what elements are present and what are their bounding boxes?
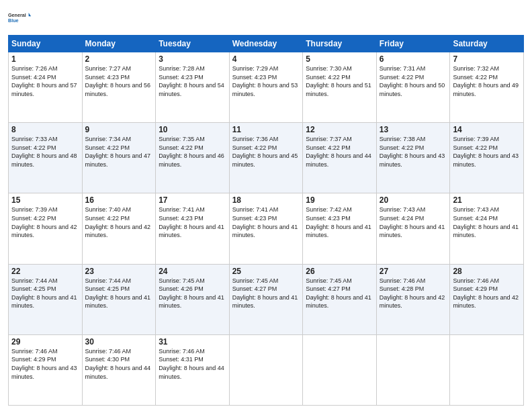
day-number: 13 bbox=[380, 125, 447, 134]
calendar-cell: 11Sunrise: 7:36 AMSunset: 4:22 PMDayligh… bbox=[229, 123, 303, 193]
day-number: 26 bbox=[306, 267, 373, 276]
calendar-cell: 26Sunrise: 7:45 AMSunset: 4:27 PMDayligh… bbox=[303, 264, 377, 334]
day-info: Sunrise: 7:45 AMSunset: 4:26 PMDaylight:… bbox=[159, 277, 224, 310]
day-info: Sunrise: 7:46 AMSunset: 4:29 PMDaylight:… bbox=[453, 277, 519, 310]
calendar-cell: 13Sunrise: 7:38 AMSunset: 4:22 PMDayligh… bbox=[376, 123, 450, 193]
day-number: 25 bbox=[232, 267, 300, 276]
weekday-header-row: SundayMondayTuesdayWednesdayThursdayFrid… bbox=[9, 36, 524, 52]
day-info: Sunrise: 7:34 AMSunset: 4:22 PMDaylight:… bbox=[85, 136, 151, 168]
day-number: 16 bbox=[85, 195, 153, 205]
calendar-cell: 2Sunrise: 7:27 AMSunset: 4:23 PMDaylight… bbox=[82, 52, 156, 123]
day-info: Sunrise: 7:26 AMSunset: 4:24 PMDaylight:… bbox=[11, 65, 77, 97]
calendar-cell: 7Sunrise: 7:32 AMSunset: 4:22 PMDaylight… bbox=[450, 52, 524, 123]
page-container: General Blue SundayMondayTuesdayWednesda… bbox=[0, 0, 532, 411]
day-info: Sunrise: 7:45 AMSunset: 4:27 PMDaylight:… bbox=[306, 277, 371, 310]
day-number: 8 bbox=[11, 125, 79, 134]
weekday-header-tuesday: Tuesday bbox=[156, 36, 230, 52]
calendar-cell: 22Sunrise: 7:44 AMSunset: 4:25 PMDayligh… bbox=[9, 264, 83, 334]
calendar-cell: 24Sunrise: 7:45 AMSunset: 4:26 PMDayligh… bbox=[156, 264, 230, 334]
day-info: Sunrise: 7:37 AMSunset: 4:22 PMDaylight:… bbox=[306, 136, 371, 168]
day-number: 2 bbox=[85, 54, 153, 64]
calendar-cell: 4Sunrise: 7:29 AMSunset: 4:23 PMDaylight… bbox=[229, 52, 303, 123]
calendar-cell: 17Sunrise: 7:41 AMSunset: 4:23 PMDayligh… bbox=[156, 193, 230, 264]
logo-svg: General Blue bbox=[8, 7, 32, 30]
day-info: Sunrise: 7:44 AMSunset: 4:25 PMDaylight:… bbox=[85, 277, 151, 310]
calendar-cell: 15Sunrise: 7:39 AMSunset: 4:22 PMDayligh… bbox=[9, 193, 83, 264]
day-info: Sunrise: 7:46 AMSunset: 4:30 PMDaylight:… bbox=[85, 348, 151, 380]
calendar-cell bbox=[303, 334, 377, 405]
calendar-cell bbox=[229, 334, 303, 405]
calendar-week-4: 22Sunrise: 7:44 AMSunset: 4:25 PMDayligh… bbox=[9, 264, 524, 334]
calendar-cell bbox=[450, 334, 524, 405]
weekday-header-sunday: Sunday bbox=[9, 36, 83, 52]
calendar-cell: 19Sunrise: 7:42 AMSunset: 4:23 PMDayligh… bbox=[303, 193, 377, 264]
day-number: 31 bbox=[159, 337, 226, 347]
calendar-cell: 31Sunrise: 7:46 AMSunset: 4:31 PMDayligh… bbox=[156, 334, 230, 405]
weekday-header-friday: Friday bbox=[376, 36, 450, 52]
day-info: Sunrise: 7:45 AMSunset: 4:27 PMDaylight:… bbox=[232, 277, 298, 310]
calendar-cell: 9Sunrise: 7:34 AMSunset: 4:22 PMDaylight… bbox=[82, 123, 156, 193]
day-info: Sunrise: 7:39 AMSunset: 4:22 PMDaylight:… bbox=[11, 206, 77, 238]
day-number: 22 bbox=[11, 267, 79, 276]
calendar-week-3: 15Sunrise: 7:39 AMSunset: 4:22 PMDayligh… bbox=[9, 193, 524, 264]
calendar-cell bbox=[376, 334, 450, 405]
day-number: 27 bbox=[380, 267, 447, 276]
calendar-cell: 10Sunrise: 7:35 AMSunset: 4:22 PMDayligh… bbox=[156, 123, 230, 193]
day-number: 12 bbox=[306, 125, 373, 134]
day-info: Sunrise: 7:39 AMSunset: 4:22 PMDaylight:… bbox=[453, 136, 519, 168]
day-info: Sunrise: 7:38 AMSunset: 4:22 PMDaylight:… bbox=[380, 136, 445, 168]
day-info: Sunrise: 7:33 AMSunset: 4:22 PMDaylight:… bbox=[11, 136, 77, 168]
day-number: 29 bbox=[11, 337, 79, 347]
day-number: 7 bbox=[453, 54, 521, 64]
calendar-cell: 3Sunrise: 7:28 AMSunset: 4:23 PMDaylight… bbox=[156, 52, 230, 123]
calendar-cell: 18Sunrise: 7:41 AMSunset: 4:23 PMDayligh… bbox=[229, 193, 303, 264]
calendar-cell: 16Sunrise: 7:40 AMSunset: 4:22 PMDayligh… bbox=[82, 193, 156, 264]
day-number: 28 bbox=[453, 267, 521, 276]
day-number: 6 bbox=[380, 54, 447, 64]
svg-marker-2 bbox=[29, 13, 32, 16]
calendar-table: SundayMondayTuesdayWednesdayThursdayFrid… bbox=[8, 35, 524, 406]
weekday-header-thursday: Thursday bbox=[303, 36, 377, 52]
day-number: 20 bbox=[380, 195, 447, 205]
calendar-cell: 29Sunrise: 7:46 AMSunset: 4:29 PMDayligh… bbox=[9, 334, 83, 405]
weekday-header-wednesday: Wednesday bbox=[229, 36, 303, 52]
calendar-cell: 21Sunrise: 7:43 AMSunset: 4:24 PMDayligh… bbox=[450, 193, 524, 264]
day-number: 9 bbox=[85, 125, 153, 134]
calendar-cell: 25Sunrise: 7:45 AMSunset: 4:27 PMDayligh… bbox=[229, 264, 303, 334]
day-info: Sunrise: 7:44 AMSunset: 4:25 PMDaylight:… bbox=[11, 277, 77, 310]
day-info: Sunrise: 7:32 AMSunset: 4:22 PMDaylight:… bbox=[453, 65, 519, 97]
calendar-cell: 28Sunrise: 7:46 AMSunset: 4:29 PMDayligh… bbox=[450, 264, 524, 334]
calendar-cell: 5Sunrise: 7:30 AMSunset: 4:22 PMDaylight… bbox=[303, 52, 377, 123]
calendar-cell: 23Sunrise: 7:44 AMSunset: 4:25 PMDayligh… bbox=[82, 264, 156, 334]
calendar-cell: 12Sunrise: 7:37 AMSunset: 4:22 PMDayligh… bbox=[303, 123, 377, 193]
day-number: 18 bbox=[232, 195, 300, 205]
day-number: 1 bbox=[11, 54, 79, 64]
day-info: Sunrise: 7:41 AMSunset: 4:23 PMDaylight:… bbox=[232, 206, 298, 238]
day-info: Sunrise: 7:27 AMSunset: 4:23 PMDaylight:… bbox=[85, 65, 151, 97]
calendar-cell: 1Sunrise: 7:26 AMSunset: 4:24 PMDaylight… bbox=[9, 52, 83, 123]
calendar-cell: 30Sunrise: 7:46 AMSunset: 4:30 PMDayligh… bbox=[82, 334, 156, 405]
day-number: 19 bbox=[306, 195, 373, 205]
weekday-header-saturday: Saturday bbox=[450, 36, 524, 52]
day-info: Sunrise: 7:43 AMSunset: 4:24 PMDaylight:… bbox=[380, 206, 445, 238]
calendar-week-2: 8Sunrise: 7:33 AMSunset: 4:22 PMDaylight… bbox=[9, 123, 524, 193]
day-info: Sunrise: 7:46 AMSunset: 4:28 PMDaylight:… bbox=[380, 277, 445, 310]
page-header: General Blue bbox=[8, 7, 524, 30]
day-info: Sunrise: 7:40 AMSunset: 4:22 PMDaylight:… bbox=[85, 206, 151, 238]
calendar-cell: 8Sunrise: 7:33 AMSunset: 4:22 PMDaylight… bbox=[9, 123, 83, 193]
day-number: 10 bbox=[159, 125, 226, 134]
day-number: 11 bbox=[232, 125, 300, 134]
day-number: 23 bbox=[85, 267, 153, 276]
day-number: 21 bbox=[453, 195, 521, 205]
logo: General Blue bbox=[8, 7, 32, 30]
day-number: 14 bbox=[453, 125, 521, 134]
day-number: 15 bbox=[11, 195, 79, 205]
calendar-cell: 6Sunrise: 7:31 AMSunset: 4:22 PMDaylight… bbox=[376, 52, 450, 123]
calendar-cell: 20Sunrise: 7:43 AMSunset: 4:24 PMDayligh… bbox=[376, 193, 450, 264]
calendar-cell: 14Sunrise: 7:39 AMSunset: 4:22 PMDayligh… bbox=[450, 123, 524, 193]
day-number: 24 bbox=[159, 267, 226, 276]
day-number: 4 bbox=[232, 54, 300, 64]
day-number: 17 bbox=[159, 195, 226, 205]
day-info: Sunrise: 7:36 AMSunset: 4:22 PMDaylight:… bbox=[232, 136, 298, 168]
day-info: Sunrise: 7:35 AMSunset: 4:22 PMDaylight:… bbox=[159, 136, 224, 168]
